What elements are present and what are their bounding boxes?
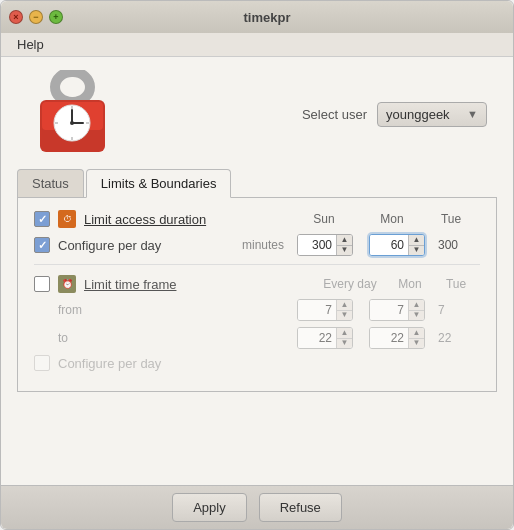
everyday-to-spinner[interactable]: ▲ ▼ [297,327,353,349]
minimize-button[interactable]: − [29,10,43,24]
mon-from-buttons: ▲ ▼ [408,300,424,320]
limit-access-icon: ⏱ [58,210,76,228]
everyday-to-spinner-group: ▲ ▼ [290,327,360,349]
sun-minutes-buttons: ▲ ▼ [336,235,352,255]
mon-minutes-spinner[interactable]: ▲ ▼ [369,234,425,256]
everyday-from-spinner-group: ▲ ▼ [290,299,360,321]
lock-icon-area [27,69,117,159]
everyday-to-up[interactable]: ▲ [337,328,352,339]
mon-from-down[interactable]: ▼ [409,311,424,321]
limit-timeframe-header: ⏰ Limit time frame [34,275,176,293]
mon-to-spinner-group: ▲ ▼ [362,327,432,349]
mon-to-buttons: ▲ ▼ [408,328,424,348]
everyday-from-up[interactable]: ▲ [337,300,352,311]
limit-access-checkbox[interactable] [34,211,50,227]
mon-minutes-spinner-group: ▲ ▼ [362,234,432,256]
tab-limits[interactable]: Limits & Boundaries [86,169,232,198]
chevron-down-icon: ▼ [467,108,478,120]
mon-from-spinner[interactable]: ▲ ▼ [369,299,425,321]
limit-timeframe-checkbox[interactable] [34,276,50,292]
configure-per-day-header: Configure per day [34,237,161,253]
sun-minutes-spinner[interactable]: ▲ ▼ [297,234,353,256]
to-row: to ▲ ▼ [34,327,480,349]
configure-per-day-checkbox[interactable] [34,237,50,253]
limit-timeframe-section: ⏰ Limit time frame Every day Mon Tue [34,275,480,379]
top-row: Select user younggeek ▼ [17,69,497,159]
mon-to-up[interactable]: ▲ [409,328,424,339]
from-label: from [58,303,82,317]
mon-from-spinner-group: ▲ ▼ [362,299,432,321]
lock-icon [35,70,110,158]
menubar: Help [1,33,513,57]
configure-per-day-2-label: Configure per day [58,356,161,371]
refuse-button[interactable]: Refuse [259,493,342,522]
svg-point-6 [70,121,74,125]
mon-from-up[interactable]: ▲ [409,300,424,311]
mon-minutes-down[interactable]: ▼ [409,246,424,256]
to-label: to [58,331,68,345]
select-user-label: Select user [302,107,367,122]
window-title: timekpr [69,10,465,25]
mon-minutes-input[interactable] [370,235,408,255]
everyday-from-spinner[interactable]: ▲ ▼ [297,299,353,321]
mon-from-input[interactable] [370,300,408,320]
content-area: Select user younggeek ▼ Status Limits & … [1,57,513,485]
sun-minutes-input[interactable] [298,235,336,255]
limits-panel: ⏱ Limit access duration Sun Mon Tue [17,198,497,392]
tue-minutes-value: 300 [434,238,476,252]
main-window: × − + timekpr Help [0,0,514,530]
tf-col-tue: Tue [436,277,476,291]
titlebar: × − + timekpr [1,1,513,33]
configure-per-day-label: Configure per day [58,238,161,253]
svg-rect-0 [55,72,90,102]
limit-timeframe-icon: ⏰ [58,275,76,293]
close-button[interactable]: × [9,10,23,24]
from-row: from ▲ ▼ [34,299,480,321]
sun-minutes-spinner-group: ▲ ▼ [290,234,360,256]
everyday-from-input[interactable] [298,300,336,320]
menu-help[interactable]: Help [9,35,52,54]
maximize-button[interactable]: + [49,10,63,24]
tabs-container: Status Limits & Boundaries ⏱ Limit acces [17,169,497,392]
mon-to-down[interactable]: ▼ [409,339,424,349]
mon-to-input[interactable] [370,328,408,348]
everyday-from-buttons: ▲ ▼ [336,300,352,320]
mon-minutes-buttons: ▲ ▼ [408,235,424,255]
col-header-tue: Tue [426,212,476,226]
mon-minutes-up[interactable]: ▲ [409,235,424,246]
configure-per-day-2-checkbox [34,355,50,371]
everyday-to-down[interactable]: ▼ [337,339,352,349]
limit-access-section: ⏱ Limit access duration Sun Mon Tue [34,210,480,265]
everyday-from-down[interactable]: ▼ [337,311,352,321]
everyday-to-buttons: ▲ ▼ [336,328,352,348]
tf-col-mon: Mon [384,277,436,291]
mon-to-spinner[interactable]: ▲ ▼ [369,327,425,349]
minutes-label: minutes [242,238,284,252]
tab-status[interactable]: Status [17,169,84,197]
apply-button[interactable]: Apply [172,493,247,522]
everyday-to-input[interactable] [298,328,336,348]
tf-col-every-day: Every day [316,277,384,291]
limit-timeframe-title: Limit time frame [84,277,176,292]
user-select-dropdown[interactable]: younggeek ▼ [377,102,487,127]
user-select-value: younggeek [386,107,450,122]
sun-minutes-down[interactable]: ▼ [337,246,352,256]
tabs-row: Status Limits & Boundaries [17,169,497,198]
sun-minutes-up[interactable]: ▲ [337,235,352,246]
select-user-row: Select user younggeek ▼ [302,102,487,127]
limit-access-header: ⏱ Limit access duration [34,210,206,228]
limit-access-title: Limit access duration [84,212,206,227]
bottom-bar: Apply Refuse [1,485,513,529]
col-header-sun: Sun [290,212,358,226]
col-header-mon: Mon [358,212,426,226]
tue-from-value: 7 [434,303,476,317]
tue-to-value: 22 [434,331,476,345]
configure-per-day-2-header: Configure per day [34,355,480,371]
